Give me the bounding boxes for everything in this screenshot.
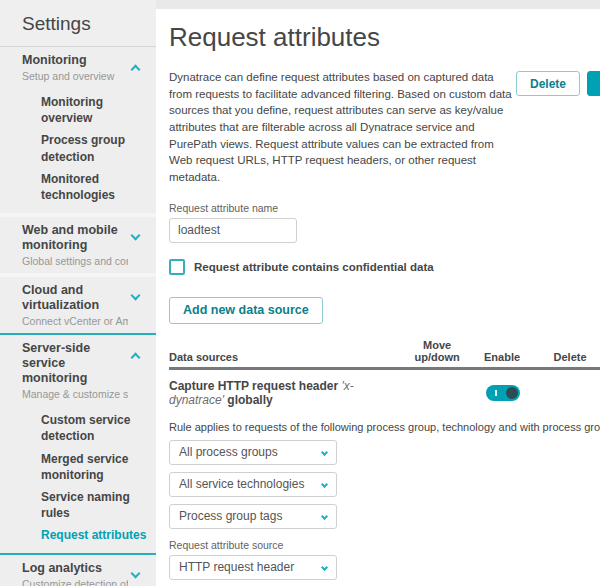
group-subtitle: Connect vCenter or Amazon account (22, 315, 128, 327)
process-group-select[interactable]: All process groups (169, 440, 337, 465)
top-strip (156, 0, 600, 9)
select-value: HTTP request header (179, 560, 294, 574)
confidential-checkbox[interactable] (169, 259, 185, 275)
server-side-subitems: Custom service detection Merged service … (0, 406, 156, 553)
sidebar-group-web-mobile[interactable]: Web and mobile monitoring Global setting… (0, 217, 156, 273)
sidebar-group-log-analytics[interactable]: Log analytics Customize detection of log… (0, 555, 156, 586)
col-header-enable: Enable (469, 351, 535, 363)
group-subtitle: Setup and overview (22, 70, 128, 82)
chevron-down-icon (321, 481, 328, 488)
process-group-tags-select[interactable]: Process group tags (169, 504, 337, 529)
service-technology-select[interactable]: All service technologies (169, 472, 337, 497)
select-value: All process groups (179, 445, 278, 459)
page-title: Request attributes (169, 22, 600, 53)
chevron-down-icon (321, 513, 328, 520)
sidebar-title: Settings (0, 0, 156, 46)
data-source-title: Capture HTTP request header 'x-dynatrace… (169, 379, 407, 407)
chevron-down-icon (131, 291, 141, 301)
chevron-down-icon (321, 449, 328, 456)
sidebar-item-custom-service-detection[interactable]: Custom service detection (0, 409, 156, 447)
sidebar-item-merged-service-monitoring[interactable]: Merged service monitoring (0, 448, 156, 486)
group-label: Server-side service monitoring (22, 341, 128, 386)
chevron-up-icon (131, 353, 141, 363)
sidebar-group-cloud-virtualization[interactable]: Cloud and virtualization Connect vCenter… (0, 277, 156, 333)
chevron-down-icon (321, 564, 328, 571)
toggle-knob (506, 387, 518, 399)
request-attributes-panel: Request attributes Dynatrace can define … (156, 0, 600, 586)
group-label: Monitoring (22, 53, 128, 68)
chevron-down-icon (131, 231, 141, 241)
toggle-on-mark (495, 390, 497, 396)
sidebar-group-server-side[interactable]: Server-side service monitoring Manage & … (0, 335, 156, 406)
save-button[interactable]: Save (587, 71, 600, 96)
col-header-data-sources: Data sources (169, 351, 405, 363)
monitoring-subitems: Monitoring overview Process group detect… (0, 88, 156, 213)
add-new-data-source-button[interactable]: Add new data source (169, 297, 323, 324)
sidebar-item-monitored-technologies[interactable]: Monitored technologies (0, 168, 156, 206)
col-header-move: Move up/down (405, 339, 469, 363)
source-select-label: Request attribute source (169, 539, 600, 551)
group-subtitle: Customize detection of log-based events (22, 578, 128, 586)
request-attribute-name-input[interactable] (169, 218, 297, 243)
group-subtitle: Global settings and configuration (22, 255, 128, 267)
group-label: Cloud and virtualization (22, 283, 128, 313)
data-sources-table: Data sources Move up/down Enable Delete … (169, 339, 600, 586)
request-attribute-source-select[interactable]: HTTP request header (169, 555, 337, 580)
select-value: All service technologies (179, 477, 304, 491)
sidebar-group-monitoring[interactable]: Monitoring Setup and overview (0, 47, 156, 88)
sidebar-item-service-naming-rules[interactable]: Service naming rules (0, 486, 156, 524)
title-suffix: globally (224, 393, 273, 407)
settings-sidebar: Settings Monitoring Setup and overview M… (0, 0, 156, 586)
intro-text: Dynatrace can define request attributes … (169, 69, 516, 186)
sidebar-item-process-group-detection[interactable]: Process group detection (0, 129, 156, 167)
group-label: Log analytics (22, 561, 128, 576)
group-label: Web and mobile monitoring (22, 223, 128, 253)
select-value: Process group tags (179, 509, 282, 523)
chevron-down-icon (131, 569, 141, 579)
sidebar-item-monitoring-overview[interactable]: Monitoring overview (0, 91, 156, 129)
delete-button[interactable]: Delete (516, 71, 580, 96)
enable-toggle[interactable] (486, 385, 520, 401)
confidential-checkbox-label: Request attribute contains confidential … (194, 261, 434, 273)
chevron-up-icon (131, 65, 141, 75)
rule-caption: Rule applies to requests of the followin… (169, 421, 600, 433)
group-subtitle: Manage & customize service monitoring (22, 388, 128, 400)
title-prefix: Capture HTTP request header (169, 379, 342, 393)
data-source-row: Capture HTTP request header 'x-dynatrace… (169, 370, 600, 411)
sidebar-item-request-attributes[interactable]: Request attributes (0, 524, 156, 546)
table-header-row: Data sources Move up/down Enable Delete … (169, 339, 600, 370)
name-field-label: Request attribute name (169, 202, 600, 214)
col-header-delete: Delete (535, 351, 600, 363)
